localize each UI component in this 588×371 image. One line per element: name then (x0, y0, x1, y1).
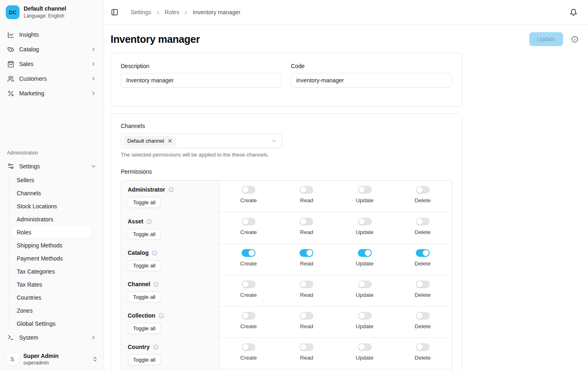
toggle-all-button[interactable]: Toggle all (128, 292, 161, 303)
sidebar-item-global-settings[interactable]: Global Settings (13, 318, 91, 330)
permissions-table: AdministratorToggle allCreateReadUpdateD… (121, 180, 452, 371)
delete-toggle[interactable] (416, 312, 430, 320)
sidebar-item-sales[interactable]: Sales (5, 57, 99, 71)
permission-cell: Read (277, 181, 335, 213)
topbar: SettingsRolesInventory manager (104, 0, 588, 25)
info-icon[interactable] (152, 250, 157, 256)
permission-cell: Update (336, 181, 394, 213)
description-input[interactable] (121, 73, 282, 88)
channel-title: Default channel (24, 5, 88, 13)
settings-submenu: SellersChannelsStock LocationsAdministra… (9, 174, 91, 330)
create-toggle[interactable] (242, 343, 255, 351)
users-icon (7, 75, 14, 82)
read-toggle[interactable] (300, 249, 313, 257)
create-toggle[interactable] (242, 218, 255, 225)
info-icon[interactable] (153, 344, 158, 350)
permission-row-header: AssetToggle all (121, 212, 220, 245)
delete-toggle[interactable] (416, 343, 430, 351)
toggle-label: Read (300, 292, 313, 298)
sidebar-item-shipping-methods[interactable]: Shipping Methods (13, 239, 91, 252)
toggle-label: Update (356, 197, 374, 203)
main-area: SettingsRolesInventory manager Inventory… (104, 0, 588, 371)
toggle-all-button[interactable]: Toggle all (128, 229, 161, 240)
update-toggle[interactable] (358, 343, 372, 351)
description-field-group: Description (121, 63, 282, 88)
channels-select[interactable]: Default channel (121, 133, 282, 148)
code-label: Code (291, 63, 452, 69)
create-toggle[interactable] (242, 186, 255, 194)
sidebar-item-administrators[interactable]: Administrators (13, 213, 91, 225)
remove-channel-icon[interactable] (167, 138, 173, 144)
sidebar-item-payment-methods[interactable]: Payment Methods (13, 252, 91, 265)
channel-avatar: DC (6, 5, 20, 19)
info-icon[interactable] (169, 187, 174, 192)
sidebar-item-catalog[interactable]: Catalog (5, 42, 99, 56)
delete-toggle[interactable] (416, 280, 430, 288)
permission-row-catalog: CatalogToggle allCreateReadUpdateDelete (121, 243, 452, 275)
chevron-right-icon (155, 10, 161, 15)
channel-chip: Default channel (124, 136, 176, 146)
sidebar-item-insights[interactable]: Insights (5, 28, 99, 42)
sidebar-item-tax-categories[interactable]: Tax Categories (13, 265, 91, 278)
toggle-label: Create (240, 323, 257, 329)
breadcrumb-item-settings[interactable]: Settings (131, 9, 151, 15)
sidebar-item-roles[interactable]: Roles (13, 226, 91, 238)
delete-toggle[interactable] (416, 186, 430, 194)
breadcrumb-item-roles[interactable]: Roles (165, 9, 180, 15)
create-toggle[interactable] (242, 312, 255, 320)
update-toggle[interactable] (358, 186, 372, 194)
user-menu[interactable]: S Super Admin superadmin (0, 348, 104, 371)
read-toggle[interactable] (300, 312, 313, 320)
update-toggle[interactable] (358, 249, 372, 257)
info-icon[interactable] (153, 282, 159, 287)
update-toggle[interactable] (358, 218, 372, 225)
sidebar-item-zones[interactable]: Zones (13, 305, 91, 317)
chevrons-up-down-icon (92, 356, 98, 362)
channel-switcher[interactable]: DC Default channel Language: English (0, 0, 104, 24)
toggle-label: Delete (415, 355, 430, 361)
sidebar-item-countries[interactable]: Countries (13, 292, 91, 304)
info-icon[interactable] (146, 219, 152, 224)
sidebar-item-system[interactable]: System (5, 331, 99, 344)
update-button[interactable]: Update (529, 32, 563, 46)
sidebar-item-customers[interactable]: Customers (5, 72, 99, 86)
delete-toggle[interactable] (416, 218, 430, 225)
role-details-card: Description Code (111, 53, 462, 107)
sidebar-item-stock-locations[interactable]: Stock Locations (13, 200, 91, 212)
toggle-label: Read (300, 261, 313, 267)
sidebar-toggle-button[interactable] (111, 9, 118, 16)
permission-name: Channel (128, 280, 150, 288)
toggle-all-button[interactable]: Toggle all (128, 323, 161, 334)
notifications-bell-icon[interactable] (570, 9, 577, 16)
code-input[interactable] (291, 73, 452, 88)
permission-cell: Update (336, 338, 394, 370)
sidebar-item-sellers[interactable]: Sellers (13, 174, 91, 186)
toggle-all-button[interactable]: Toggle all (128, 260, 161, 271)
permission-row-collection: CollectionToggle allCreateReadUpdateDele… (121, 306, 452, 338)
delete-toggle[interactable] (416, 249, 430, 257)
toggle-all-button[interactable]: Toggle all (128, 354, 161, 365)
create-toggle[interactable] (242, 280, 255, 288)
toggle-label: Delete (415, 197, 430, 203)
update-toggle[interactable] (358, 312, 372, 320)
toggle-all-button[interactable]: Toggle all (128, 197, 161, 208)
sidebar-item-settings[interactable]: Settings (5, 159, 99, 173)
read-toggle[interactable] (300, 186, 313, 194)
create-toggle[interactable] (242, 249, 255, 257)
read-toggle[interactable] (300, 218, 313, 225)
read-toggle[interactable] (300, 280, 313, 288)
permission-row-header: ChannelToggle all (121, 275, 220, 307)
update-toggle[interactable] (358, 280, 372, 288)
permission-row-administrator: AdministratorToggle allCreateReadUpdateD… (121, 181, 452, 212)
sidebar-item-channels[interactable]: Channels (13, 187, 91, 199)
sidebar-item-tax-rates[interactable]: Tax Rates (13, 278, 91, 291)
sidebar-item-marketing[interactable]: Marketing (5, 86, 99, 100)
description-label: Description (121, 63, 282, 69)
toggle-label: Read (300, 323, 313, 329)
sidebar-item-label: System (19, 334, 86, 341)
info-icon[interactable] (159, 313, 164, 318)
info-icon[interactable] (571, 36, 578, 43)
toggle-label: Update (356, 229, 374, 235)
read-toggle[interactable] (300, 343, 313, 351)
permission-cell: Read (277, 338, 335, 370)
